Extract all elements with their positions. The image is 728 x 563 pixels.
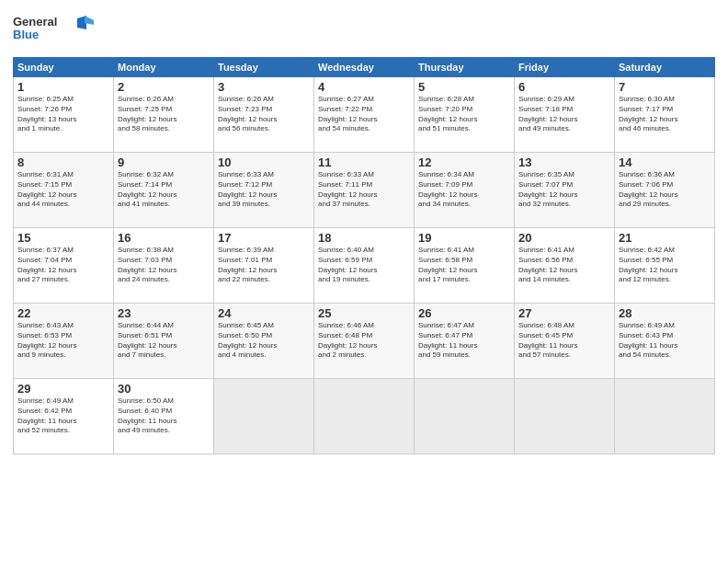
day-cell: 12Sunrise: 6:34 AM Sunset: 7:09 PM Dayli… <box>415 153 515 228</box>
day-info: Sunrise: 6:31 AM Sunset: 7:15 PM Dayligh… <box>17 170 109 210</box>
calendar-table: SundayMondayTuesdayWednesdayThursdayFrid… <box>13 57 715 454</box>
day-cell <box>515 379 615 454</box>
day-info: Sunrise: 6:33 AM Sunset: 7:11 PM Dayligh… <box>318 170 410 210</box>
day-info: Sunrise: 6:37 AM Sunset: 7:04 PM Dayligh… <box>17 246 109 285</box>
day-cell: 17Sunrise: 6:39 AM Sunset: 7:01 PM Dayli… <box>214 228 314 304</box>
day-info: Sunrise: 6:41 AM Sunset: 6:58 PM Dayligh… <box>418 246 510 285</box>
day-number: 17 <box>218 231 310 245</box>
day-info: Sunrise: 6:28 AM Sunset: 7:20 PM Dayligh… <box>418 95 510 134</box>
day-info: Sunrise: 6:27 AM Sunset: 7:22 PM Dayligh… <box>318 95 410 134</box>
day-info: Sunrise: 6:40 AM Sunset: 6:59 PM Dayligh… <box>318 246 410 285</box>
day-info: Sunrise: 6:32 AM Sunset: 7:14 PM Dayligh… <box>118 170 210 210</box>
day-number: 13 <box>518 155 610 169</box>
day-info: Sunrise: 6:33 AM Sunset: 7:12 PM Dayligh… <box>218 170 310 210</box>
day-info: Sunrise: 6:39 AM Sunset: 7:01 PM Dayligh… <box>218 246 310 285</box>
day-info: Sunrise: 6:35 AM Sunset: 7:07 PM Dayligh… <box>518 170 610 210</box>
day-cell: 3Sunrise: 6:26 AM Sunset: 7:23 PM Daylig… <box>214 77 314 153</box>
day-cell: 11Sunrise: 6:33 AM Sunset: 7:11 PM Dayli… <box>314 153 415 228</box>
weekday-header-row: SundayMondayTuesdayWednesdayThursdayFrid… <box>14 58 715 77</box>
day-cell: 24Sunrise: 6:45 AM Sunset: 6:50 PM Dayli… <box>214 304 314 379</box>
day-number: 20 <box>518 231 610 245</box>
day-info: Sunrise: 6:26 AM Sunset: 7:23 PM Dayligh… <box>218 95 310 134</box>
day-cell: 13Sunrise: 6:35 AM Sunset: 7:07 PM Dayli… <box>515 153 615 228</box>
day-cell <box>314 379 415 454</box>
day-info: Sunrise: 6:30 AM Sunset: 7:17 PM Dayligh… <box>619 95 711 134</box>
day-number: 11 <box>318 155 410 169</box>
day-info: Sunrise: 6:38 AM Sunset: 7:03 PM Dayligh… <box>118 246 210 285</box>
day-number: 24 <box>218 306 310 320</box>
day-info: Sunrise: 6:49 AM Sunset: 6:43 PM Dayligh… <box>619 321 711 361</box>
week-row-4: 22Sunrise: 6:43 AM Sunset: 6:53 PM Dayli… <box>14 304 715 379</box>
day-number: 5 <box>418 80 510 94</box>
day-cell: 10Sunrise: 6:33 AM Sunset: 7:12 PM Dayli… <box>214 153 314 228</box>
day-cell: 26Sunrise: 6:47 AM Sunset: 6:47 PM Dayli… <box>415 304 515 379</box>
day-info: Sunrise: 6:36 AM Sunset: 7:06 PM Dayligh… <box>619 170 711 210</box>
svg-text:Blue: Blue <box>13 28 39 41</box>
day-cell: 2Sunrise: 6:26 AM Sunset: 7:25 PM Daylig… <box>114 77 214 153</box>
day-number: 25 <box>318 306 410 320</box>
day-info: Sunrise: 6:46 AM Sunset: 6:48 PM Dayligh… <box>318 321 410 361</box>
day-number: 18 <box>318 231 410 245</box>
day-number: 1 <box>17 80 109 94</box>
day-cell: 21Sunrise: 6:42 AM Sunset: 6:55 PM Dayli… <box>615 228 715 304</box>
day-cell: 6Sunrise: 6:29 AM Sunset: 7:18 PM Daylig… <box>515 77 615 153</box>
day-number: 29 <box>17 382 109 396</box>
weekday-header-wednesday: Wednesday <box>314 58 415 77</box>
day-number: 15 <box>17 231 109 245</box>
day-number: 12 <box>418 155 510 169</box>
day-number: 21 <box>619 231 711 245</box>
calendar-container: General Blue SundayMondayTuesdayWednesda… <box>0 0 728 563</box>
day-cell: 4Sunrise: 6:27 AM Sunset: 7:22 PM Daylig… <box>314 77 415 153</box>
weekday-header-friday: Friday <box>515 58 615 77</box>
day-cell <box>214 379 314 454</box>
day-cell: 25Sunrise: 6:46 AM Sunset: 6:48 PM Dayli… <box>314 304 415 379</box>
weekday-header-monday: Monday <box>114 58 214 77</box>
day-number: 8 <box>17 155 109 169</box>
day-cell: 19Sunrise: 6:41 AM Sunset: 6:58 PM Dayli… <box>415 228 515 304</box>
day-cell: 14Sunrise: 6:36 AM Sunset: 7:06 PM Dayli… <box>615 153 715 228</box>
day-number: 3 <box>218 80 310 94</box>
svg-text:General: General <box>13 15 57 29</box>
day-number: 22 <box>17 306 109 320</box>
day-number: 9 <box>118 155 210 169</box>
day-number: 2 <box>118 80 210 94</box>
day-cell: 16Sunrise: 6:38 AM Sunset: 7:03 PM Dayli… <box>114 228 214 304</box>
weekday-header-saturday: Saturday <box>615 58 715 77</box>
day-number: 10 <box>218 155 310 169</box>
day-info: Sunrise: 6:50 AM Sunset: 6:40 PM Dayligh… <box>118 396 210 436</box>
day-info: Sunrise: 6:47 AM Sunset: 6:47 PM Dayligh… <box>418 321 510 361</box>
day-cell: 27Sunrise: 6:48 AM Sunset: 6:45 PM Dayli… <box>515 304 615 379</box>
day-cell: 20Sunrise: 6:41 AM Sunset: 6:56 PM Dayli… <box>515 228 615 304</box>
day-info: Sunrise: 6:48 AM Sunset: 6:45 PM Dayligh… <box>518 321 610 361</box>
day-cell: 30Sunrise: 6:50 AM Sunset: 6:40 PM Dayli… <box>114 379 214 454</box>
day-number: 6 <box>518 80 610 94</box>
day-info: Sunrise: 6:44 AM Sunset: 6:51 PM Dayligh… <box>118 321 210 361</box>
day-cell: 8Sunrise: 6:31 AM Sunset: 7:15 PM Daylig… <box>14 153 114 228</box>
day-info: Sunrise: 6:29 AM Sunset: 7:18 PM Dayligh… <box>518 95 610 134</box>
day-info: Sunrise: 6:49 AM Sunset: 6:42 PM Dayligh… <box>17 396 109 436</box>
day-number: 14 <box>619 155 711 169</box>
day-cell: 23Sunrise: 6:44 AM Sunset: 6:51 PM Dayli… <box>114 304 214 379</box>
day-number: 27 <box>518 306 610 320</box>
weekday-header-tuesday: Tuesday <box>214 58 314 77</box>
day-cell: 5Sunrise: 6:28 AM Sunset: 7:20 PM Daylig… <box>415 77 515 153</box>
day-info: Sunrise: 6:25 AM Sunset: 7:26 PM Dayligh… <box>17 95 109 134</box>
day-number: 7 <box>619 80 711 94</box>
weekday-header-sunday: Sunday <box>14 58 114 77</box>
day-number: 4 <box>318 80 410 94</box>
weekday-header-thursday: Thursday <box>415 58 515 77</box>
day-info: Sunrise: 6:42 AM Sunset: 6:55 PM Dayligh… <box>619 246 711 285</box>
day-cell: 1Sunrise: 6:25 AM Sunset: 7:26 PM Daylig… <box>14 77 114 153</box>
week-row-3: 15Sunrise: 6:37 AM Sunset: 7:04 PM Dayli… <box>14 228 715 304</box>
week-row-1: 1Sunrise: 6:25 AM Sunset: 7:26 PM Daylig… <box>14 77 715 153</box>
day-number: 19 <box>418 231 510 245</box>
day-number: 23 <box>118 306 210 320</box>
day-info: Sunrise: 6:26 AM Sunset: 7:25 PM Dayligh… <box>118 95 210 134</box>
day-cell: 15Sunrise: 6:37 AM Sunset: 7:04 PM Dayli… <box>14 228 114 304</box>
day-info: Sunrise: 6:41 AM Sunset: 6:56 PM Dayligh… <box>518 246 610 285</box>
day-cell <box>415 379 515 454</box>
day-cell: 22Sunrise: 6:43 AM Sunset: 6:53 PM Dayli… <box>14 304 114 379</box>
day-number: 30 <box>118 382 210 396</box>
week-row-5: 29Sunrise: 6:49 AM Sunset: 6:42 PM Dayli… <box>14 379 715 454</box>
logo-area: General Blue <box>13 11 96 52</box>
